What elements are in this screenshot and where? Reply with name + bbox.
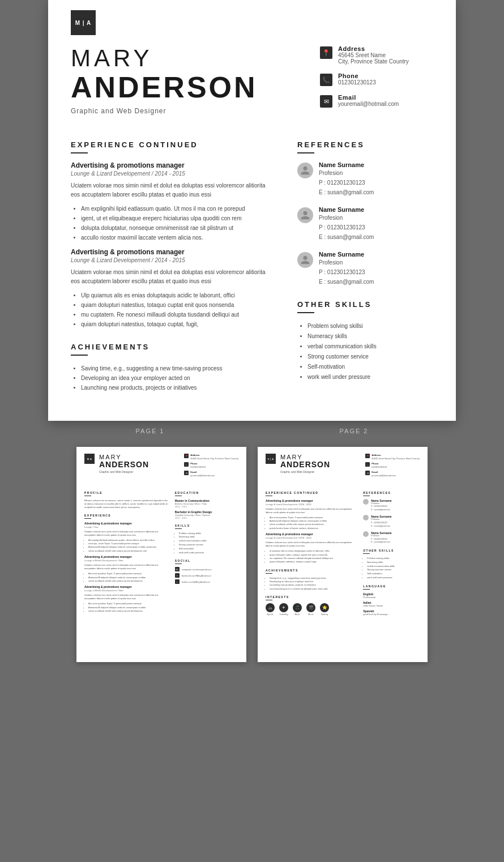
thumb2-ref3: Name Surname Profesion P : 012301230123 … (363, 531, 420, 544)
skill-3: verbal communication skills (307, 342, 433, 352)
thumb1-edu1-years: 2014 - 2015 (175, 505, 238, 508)
ref1-profession: Profesion (319, 168, 374, 178)
skill-6: work well under pressure (307, 372, 433, 382)
resume-body: EXPERIENCE CONTINUED Advertising & promo… (48, 127, 456, 421)
thumb2-lang-divider (363, 589, 370, 590)
job2-bullet-3: mu cuptatem. Re nonesci millaudi dolupta… (81, 310, 275, 319)
page-labels: PAGE 1 PAGE 2 (48, 421, 456, 441)
thumb1-name-area: MARY ANDERSON Graphic and Web Designer (99, 454, 180, 473)
thumb1-job1-desc: Uciatem volorae mos simin nimil et dolup… (84, 530, 169, 537)
thumb1-exp-divider (84, 518, 91, 519)
resume-header: MARY ANDERSON Graphic and Web Designer 📍… (48, 17, 456, 127)
thumb1-edu-divider (175, 496, 182, 496)
phone-label: Phone (338, 72, 376, 79)
thumb2-header: V | A MARY ANDERSON Graphic and Web Desi… (258, 447, 428, 484)
thumb1-twitter: t twitter.com/@MaryAnderson (175, 579, 238, 584)
thumb2-ref1: Name Surname Profesion P : 012301230123 … (363, 499, 420, 512)
header-right: 📍 Address 45645 Sreet Name City, Provinc… (320, 45, 433, 116)
reference-2: Name Surname Profesion P : 012301230123 … (297, 206, 433, 242)
email-label: Email (338, 94, 399, 101)
thumb2-name-last: ANDERSON (280, 460, 361, 469)
thumb1-skill4: Strong customer service (179, 543, 238, 547)
email-details: Email youremail@hotmail.com (338, 94, 399, 107)
thumb2-location-icon: 📍 (365, 454, 370, 458)
thumb2-phone: 📞 Phone 012301230123 (365, 462, 420, 468)
email-value: youremail@hotmail.com (338, 101, 399, 107)
thumb2-ref1-avatar (363, 499, 369, 505)
ref1-details: Name Surname Profesion P : 012301230123 … (319, 161, 374, 197)
thumb2-interests-icons: 🚲 Bycicle ✈ Travelling 🎵 Music 🎬 Movie (266, 603, 357, 616)
thumb2-ach-list: Saving time, e.g., suggesting a new time… (266, 577, 357, 591)
job1-bullet-1: Am explignihi lipid eatlassum quatio. Ut… (81, 204, 275, 214)
music-icon: 🎵 (293, 603, 302, 612)
thumb2-ref1-email: E : susan@gmail.com (371, 509, 391, 512)
page1-label: PAGE 1 (136, 428, 165, 434)
thumb1-skills-list: Problem solving skillsi Numeracy skills … (175, 532, 238, 555)
thumb2-other-skills-divider (363, 553, 370, 554)
thumb1-social-title: SOCIAL (175, 559, 238, 562)
thumbnails-row: M A MARY ANDERSON Graphic and Web Design… (0, 447, 504, 679)
thumb1-facebook: f facebook.com/MaryAnderson (175, 573, 238, 578)
header-left: MARY ANDERSON Graphic and Web Designer (71, 45, 258, 115)
name-first: MARY (71, 45, 258, 71)
job1-bullet-4: accullo riostor maximil laccate ventem a… (81, 233, 275, 242)
thumb1-twitter-text: twitter.com/@MaryAnderson (182, 581, 210, 583)
thumb2-ach4: communicating eros e nonima nia plimiple… (270, 587, 357, 591)
thumb2-lang1-level: Profeccionar (363, 596, 420, 599)
thumb1-exp-title: EXPERIENCE (84, 514, 169, 517)
thumb2-address: 📍 Address 45645 Sreet Name City, Provinc… (365, 454, 420, 460)
thumb1-job2-bullets: Am orem ipsalem Topisi. Ti personatil pe… (84, 572, 169, 583)
thumb1-phone: 📞 Phone 012301230123 (184, 462, 238, 468)
main-resume-page: M | A MARY ANDERSON Graphic and Web Desi… (48, 0, 456, 421)
travelling-label: Travelling (279, 613, 288, 616)
thumb2-skill5: Self-motivation (367, 572, 420, 576)
thumb2-skill6: work well under pressure (367, 576, 420, 580)
job-title: Graphic and Web Designer (71, 107, 258, 115)
other-skills-divider (297, 312, 314, 313)
thumb1-job2-company: Lounge a Weidst Developement / Start (84, 559, 169, 562)
thumb1-header: M A MARY ANDERSON Graphic and Web Design… (76, 447, 246, 484)
ref3-profession: Profesion (319, 258, 374, 267)
interest-music: 🎵 Music (293, 603, 302, 616)
thumb2-ach-divider (266, 573, 272, 574)
contact-email: ✉ Email youremail@hotmail.com (320, 94, 433, 108)
other-skills-list: Problem solving skillsi Numeracy skills … (297, 321, 433, 382)
thumb2-ref2: Name Surname Profesion P : 012301230123 … (363, 515, 420, 528)
ref2-profession: Profesion (319, 213, 374, 223)
thumb2-refs-divider (363, 496, 370, 496)
thumb1-body: PROFILE Bllorem volorum nis as earcime, … (76, 484, 246, 624)
thumb2-ref1-details: Name Surname Profesion P : 012301230123 … (371, 499, 391, 512)
thumb2-lang1: English Profeccionar (363, 592, 420, 599)
location-icon: 📍 (320, 46, 332, 59)
thumb1-edu1: Master in Communication Briltons Univers… (175, 499, 238, 508)
interest-movie: 🎬 Movie (306, 603, 315, 616)
movie-icon: 🎬 (306, 603, 315, 612)
thumb1-left-col: PROFILE Bllorem volorum nis as earcime, … (84, 487, 169, 616)
thumb2-skills-list: Problem solving skillsi Numeracy skills … (363, 557, 420, 580)
phone-icon: 📞 (320, 74, 332, 86)
contact-phone: 📞 Phone 012301230123 (320, 72, 433, 86)
thumb2-phone-text: Phone 012301230123 (371, 462, 387, 468)
skill-4: Strong customer service (307, 352, 433, 362)
thumb2-lang2-level: Vider Name / Name (363, 604, 420, 607)
thumb1-logo: M A (84, 454, 95, 464)
thumb2-job2-b4: quiam dolupturi natestius, totaquo cupta… (270, 560, 357, 564)
skill-2: Numeracy skills (307, 331, 433, 342)
contact-address: 📍 Address 45645 Sreet Name City, Provinc… (320, 45, 433, 65)
ref1-name: Name Surname (319, 161, 374, 168)
skill-1: Problem solving skillsi (307, 321, 433, 331)
thumb1-profile-text: Bllorem volorum nis as earcime, suime su… (84, 499, 169, 509)
thumb2-exp-divider (266, 496, 272, 496)
thumb2-interests-title: INTERESTS (266, 595, 357, 599)
thumb2-ref3-email: E : susan@gmail.com (371, 541, 391, 544)
thumb2-job-title: Graphic and Web Designer (280, 470, 361, 473)
thumb1-job1-title: Advertising & promotions manager (84, 522, 169, 525)
thumb1-instagram-text: instagram.com/maryanderson (182, 568, 212, 571)
thumb2-phone-icon: 📞 (365, 462, 370, 467)
thumb2-skill3: verbal communication skills (367, 565, 420, 569)
ref2-email: E : susan@gmail.com (319, 232, 374, 242)
thumb2-left-col: EXPERIENCE CONTINUED Advertising & promo… (266, 487, 357, 618)
thumb1-job3-title: Advertising & promotions manager (84, 585, 169, 588)
thumb2-ach-title: ACHIEVEMENTS (266, 569, 357, 572)
thumb1-edu2-years: 2011 - 2015 (175, 517, 238, 519)
